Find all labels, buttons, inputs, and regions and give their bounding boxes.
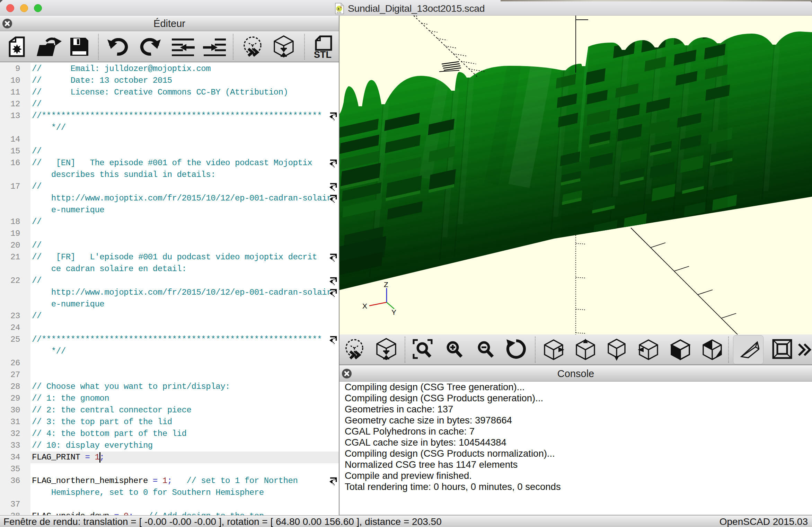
svg-text:SCAD: SCAD bbox=[337, 12, 342, 14]
svg-text:STL: STL bbox=[314, 50, 332, 58]
svg-text:Z: Z bbox=[384, 280, 388, 288]
svg-text:Y: Y bbox=[391, 308, 396, 316]
svg-text:X: X bbox=[362, 302, 367, 310]
